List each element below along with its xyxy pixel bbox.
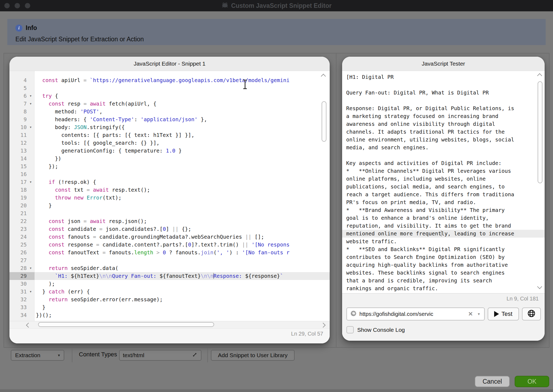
tester-scroll-up-arrow[interactable] [538,74,541,79]
open-in-browser-button[interactable] [522,307,541,320]
tester-output-line: acquiring high-quality backlinks from au… [342,261,545,269]
vertical-scrollbar-thumb[interactable] [322,101,326,142]
code-line[interactable]: 17▾ if (!resp.ok) { [9,178,330,186]
tester-output-line: * **Online Channels** Digital PR leverag… [342,167,545,175]
content-types-field[interactable]: text/html [119,350,201,361]
code-line[interactable]: 32 return seoSpider.error(err.message); [9,296,330,303]
mode-dropdown-caret-icon: ▾ [58,353,60,358]
add-snippet-to-library-button[interactable]: Add Snippet to User Library [211,350,295,361]
line-number: 10 [9,123,27,131]
line-number: 6 [9,92,27,100]
line-number: 31 [9,288,27,296]
fold-caret-icon[interactable]: ▾ [27,264,35,272]
scroll-up-arrow[interactable] [322,74,325,79]
browser-globe-icon [527,309,535,319]
code-line[interactable]: 27 [9,256,330,264]
line-number: 29 [9,272,27,280]
line-number: 21 [9,209,27,217]
line-number: 20 [9,202,27,209]
url-input[interactable]: https://gofishdigital.com/servic ✕ ▾ [346,307,485,320]
snippet-mode-value: Extraction [15,352,40,359]
divider [207,348,208,362]
tester-panel: JavaScript Tester [H1: Digital PRQuery F… [342,57,545,341]
code-editor[interactable]: 4 const apiUrl = `https://generativelang… [9,71,330,321]
code-line[interactable]: 9 headers: { 'Content-Type': 'applicatio… [9,116,330,123]
code-line[interactable]: 16 [9,170,330,178]
code-line[interactable]: 4 const apiUrl = `https://generativelang… [9,76,330,84]
url-value[interactable]: https://gofishdigital.com/servic [359,311,466,317]
line-number: 7 [9,100,27,108]
line-number: 22 [9,217,27,225]
tester-output-line: awareness and online visibility through … [342,120,545,128]
test-button[interactable]: Test [488,307,519,320]
code-line[interactable]: 15 }); [9,163,330,170]
fold-caret-icon[interactable]: ▾ [27,92,35,100]
tester-output-line: contributes to Search Engine Optimizatio… [342,253,545,261]
code-line[interactable]: 23 const candidate = json.candidates?.[0… [9,225,330,233]
tester-output-line: * **SEO and Backlinks** Digital PR signi… [342,245,545,253]
url-dropdown-caret-icon[interactable]: ▾ [478,312,480,316]
fold-caret-icon[interactable]: ▾ [27,123,35,131]
cancel-button[interactable]: Cancel [475,376,510,387]
code-line[interactable]: 10▾ body: JSON.stringify({ [9,123,330,131]
code-line[interactable]: 8 method: 'POST', [9,108,330,116]
scroll-right-arrow[interactable] [321,323,325,328]
line-number: 34 [9,311,27,319]
line-number: 14 [9,155,27,163]
code-line[interactable]: 24 const fanouts = candidate.groundingMe… [9,233,330,241]
tester-scroll-down-arrow[interactable] [538,285,541,289]
code-line[interactable]: 14 }) [9,155,330,163]
tester-output-line: online platforms, including websites, on… [342,175,545,183]
code-line[interactable]: 7▾ const resp = await fetch(apiUrl, { [9,100,330,108]
code-line[interactable]: 18 const txt = await resp.text(); [9,186,330,194]
tester-output[interactable]: [H1: Digital PRQuery Fan-out: Digital PR… [342,71,545,293]
fold-caret-icon[interactable]: ▾ [27,288,35,296]
code-line[interactable]: 34})(); [9,311,330,319]
snippet-mode-select[interactable]: Extraction ▾ [11,350,64,361]
show-console-log-checkbox[interactable] [346,326,354,333]
code-line[interactable]: 6▾ try { [9,92,330,100]
line-number: 24 [9,233,27,241]
code-line[interactable]: 26 const fanoutText = fanouts.length > 0… [9,249,330,256]
app-icon [221,1,228,10]
bottom-bar: Extraction ▾ Content Types text/html Add… [0,349,553,362]
expand-icon[interactable] [192,352,198,359]
code-line[interactable]: 31▾ } catch (err) { [9,288,330,296]
code-line[interactable]: 33 } [9,303,330,311]
tester-output-line: goal is to enhance a brand's online iden… [342,214,545,222]
code-line[interactable]: 25 const response = candidate.content?.p… [9,241,330,249]
tester-output-line [342,81,545,89]
code-line[interactable]: 30 ); [9,280,330,288]
globe-icon [350,310,357,318]
code-line[interactable]: 13 generationConfig: { temperature: 1.0 … [9,147,330,155]
clear-url-icon[interactable]: ✕ [468,311,473,317]
code-line[interactable]: 19 throw new Error(txt); [9,194,330,202]
code-line[interactable]: 21 [9,209,330,217]
code-line[interactable]: 11 contents: [{ parts: [{ text: h1Text }… [9,131,330,139]
divider [72,348,72,362]
code-line[interactable]: 20 } [9,202,330,209]
scroll-left-arrow[interactable] [27,323,30,328]
tester-output-line [342,97,545,104]
horizontal-scrollbar[interactable] [9,321,330,328]
fold-caret-icon[interactable]: ▾ [27,178,35,186]
tester-output-line: channels. It adapts traditional PR tacti… [342,128,545,136]
code-line[interactable]: 12 tools: [{ google_search: {} }], [9,139,330,147]
code-line[interactable]: 5 [9,84,330,92]
show-console-log-label: Show Console Log [357,327,405,333]
tester-output-line: reputation, and visibility. It aims to g… [342,222,545,230]
fold-caret-icon[interactable]: ▾ [27,100,35,108]
line-number: 8 [9,108,27,116]
horizontal-scrollbar-thumb[interactable] [38,322,214,327]
line-number: 11 [9,131,27,139]
ok-button[interactable]: OK [515,376,549,387]
line-number: 17 [9,178,27,186]
code-line[interactable]: 29 `H1: ${h1Text}\n\nQuery Fan-out: ${fa… [9,272,330,280]
tester-scrollbar-thumb[interactable] [538,81,542,183]
tester-output-line: Key aspects and activities of Digital PR… [342,159,545,167]
tester-output-line: reach a target audience. This differs fr… [342,191,545,198]
info-icon: i [15,25,22,32]
panel-divider [336,53,336,347]
code-line[interactable]: 28▾ return seoSpider.data( [9,264,330,272]
code-line[interactable]: 22 const json = await resp.json(); [9,217,330,225]
